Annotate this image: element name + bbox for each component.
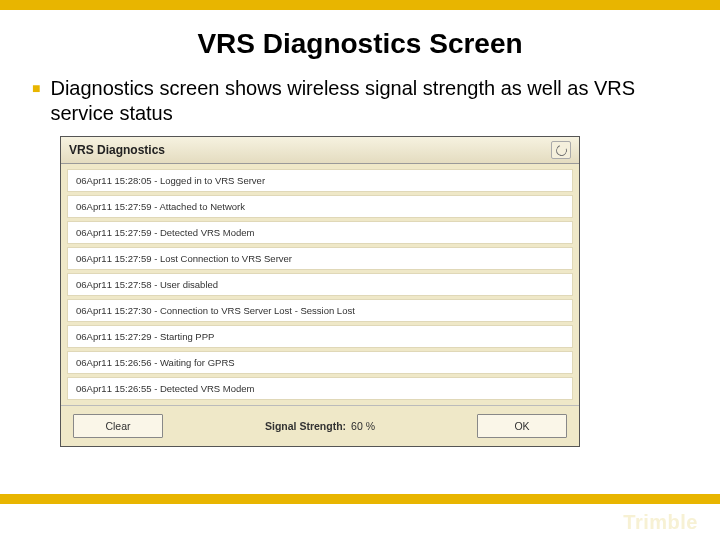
bullet-item: ■ Diagnostics screen shows wireless sign… — [0, 76, 720, 126]
ok-button-label: OK — [514, 420, 529, 432]
vrs-diagnostics-window: VRS Diagnostics 06Apr11 15:28:05 - Logge… — [60, 136, 580, 447]
top-accent-stripe — [0, 0, 720, 10]
refresh-button[interactable] — [551, 141, 571, 159]
log-list: 06Apr11 15:28:05 - Logged in to VRS Serv… — [61, 164, 579, 405]
log-entry: 06Apr11 15:27:59 - Attached to Network — [67, 195, 573, 218]
clear-button-label: Clear — [105, 420, 130, 432]
log-entry: 06Apr11 15:26:56 - Waiting for GPRS — [67, 351, 573, 374]
window-title: VRS Diagnostics — [69, 143, 165, 157]
refresh-icon — [554, 143, 569, 158]
bullet-square-icon: ■ — [32, 80, 40, 96]
log-entry: 06Apr11 15:28:05 - Logged in to VRS Serv… — [67, 169, 573, 192]
clear-button[interactable]: Clear — [73, 414, 163, 438]
log-entry: 06Apr11 15:27:59 - Lost Connection to VR… — [67, 247, 573, 270]
brand-logo: Trimble — [623, 511, 698, 534]
log-entry: 06Apr11 15:27:58 - User disabled — [67, 273, 573, 296]
signal-strength-value: 60 % — [351, 420, 375, 432]
bullet-text: Diagnostics screen shows wireless signal… — [50, 76, 680, 126]
log-entry: 06Apr11 15:27:30 - Connection to VRS Ser… — [67, 299, 573, 322]
ok-button[interactable]: OK — [477, 414, 567, 438]
log-entry: 06Apr11 15:26:55 - Detected VRS Modem — [67, 377, 573, 400]
signal-strength-display: Signal Strength: 60 % — [265, 420, 375, 432]
log-entry: 06Apr11 15:27:59 - Detected VRS Modem — [67, 221, 573, 244]
log-entry: 06Apr11 15:27:29 - Starting PPP — [67, 325, 573, 348]
bottom-accent-stripe — [0, 494, 720, 504]
window-header: VRS Diagnostics — [61, 137, 579, 164]
page-title: VRS Diagnostics Screen — [0, 28, 720, 60]
signal-strength-label: Signal Strength: — [265, 420, 346, 432]
window-footer: Clear Signal Strength: 60 % OK — [61, 405, 579, 446]
